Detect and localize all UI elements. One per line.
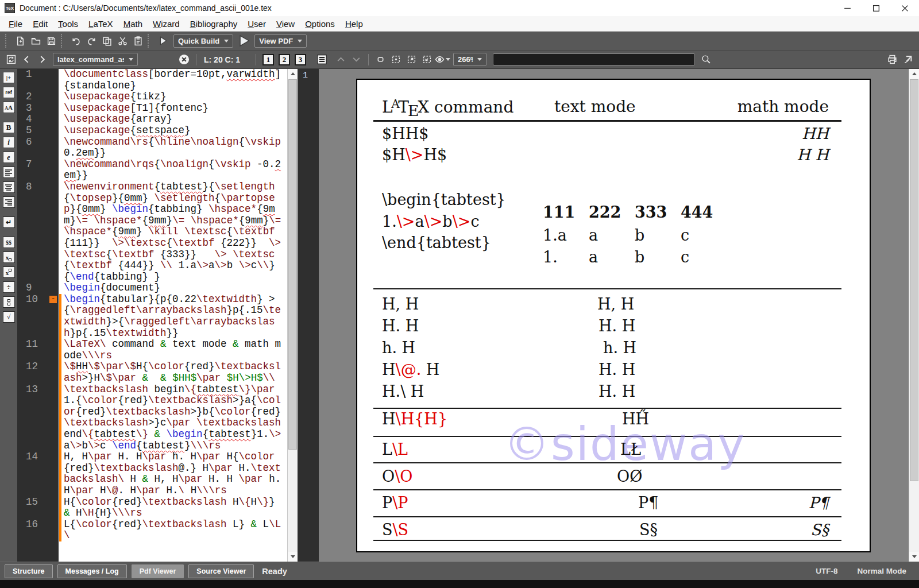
sync-source-pdf-button[interactable] [3,52,19,67]
editor-line[interactable]: 3\usepackage[T1]{fontenc} [17,103,287,114]
view-pdf-select[interactable]: View PDF [254,34,307,48]
code-text[interactable]: \$HH\$\par\$H{\color{red}\textbackslash>… [64,361,287,384]
code-text[interactable]: \newcommand\rqs{\noalign{\vskip -0.2em}} [64,159,287,181]
menu-view[interactable]: View [271,19,300,29]
align-center-icon[interactable] [3,181,15,193]
pdf-scrollbar-thumb[interactable] [910,79,918,481]
insert-item-icon[interactable]: |+ [3,72,15,83]
pdf-search-input[interactable] [493,53,695,65]
ref-icon[interactable]: ref [3,87,15,98]
pdf-page-number-strip[interactable]: 1 [298,69,319,562]
status-tab-structure[interactable]: Structure [5,564,53,578]
italic-icon[interactable]: i [3,137,15,148]
paste-button[interactable] [130,33,146,48]
copy-button[interactable] [99,33,115,48]
superscript-icon[interactable]: x [3,266,15,278]
status-tab-source-viewer[interactable]: Source Viewer [188,564,254,578]
frac-icon[interactable] [3,296,15,308]
editor-line[interactable]: 15H{\color{red}\textbackslash H\{H\}} & … [17,497,287,519]
fit-page-button[interactable] [388,52,404,67]
editor-scrollbar-thumb[interactable] [288,79,297,450]
save-button[interactable] [44,33,59,48]
code-text[interactable]: \LaTeX\ command & text mode & math mode\… [64,339,287,361]
editor-line[interactable]: 13\textbackslash begin\{tabtest\}\par1.{… [17,384,287,452]
code-text[interactable]: \usepackage{setspace} [64,125,287,137]
toolbar-grip[interactable] [5,34,10,48]
next-page-button[interactable] [349,52,364,67]
previous-document-button[interactable] [19,52,34,67]
toolbar-grip[interactable] [148,34,152,48]
close-button[interactable] [890,0,919,16]
maximize-button[interactable] [862,0,890,16]
open-documents-select[interactable]: latex_command_asc [53,53,138,66]
code-text[interactable]: \newenvironment{tabtest}{\setlength{\top… [64,181,287,283]
source-editor[interactable]: 1\documentclass[border=10pt,varwidth]{st… [17,69,287,562]
previous-page-button[interactable] [333,52,349,67]
code-text[interactable]: \newcommand\rs{\hline\noalign{\vskip 0.2… [64,137,287,159]
align-right-icon[interactable] [3,196,15,208]
menu-edit[interactable]: Edit [28,19,53,29]
code-text[interactable]: \textbackslash begin\{tabtest\}\par1.{\c… [64,384,287,452]
editor-line[interactable]: 4\usepackage{array} [17,114,287,125]
editor-line[interactable]: 14H, H\par H. H\par h. H\par H{\color{re… [17,451,287,496]
next-document-button[interactable] [34,52,50,67]
menu-file[interactable]: File [3,19,28,29]
editor-line[interactable]: 10-\begin{tabular}{p{0.22\textwidth} >{\… [17,294,287,339]
cut-button[interactable] [115,33,130,48]
toolbar-grip[interactable] [61,34,65,48]
code-text[interactable]: \usepackage[T1]{fontenc} [64,103,287,114]
editor-line[interactable]: 9\begin{document} [17,283,287,294]
menu-options[interactable]: Options [300,19,340,29]
stop-process-button[interactable] [176,52,192,67]
divide-icon[interactable]: ÷ [3,281,15,293]
code-text[interactable]: L{\color{red}\textbackslash L} & L\L\ [64,519,287,541]
continuous-view-button[interactable] [314,52,330,67]
pdf-scroll-down-arrow-icon[interactable] [909,552,919,562]
page-1-button[interactable]: 1 [262,54,274,65]
newline-icon[interactable]: ↵ [3,216,15,228]
status-tab-messages-log[interactable]: Messages / Log [57,564,127,578]
page-2-button[interactable]: 2 [279,54,290,65]
pdf-scrollbar[interactable] [909,69,919,562]
zoom-out-button[interactable] [419,52,435,67]
run-view-pdf-button[interactable] [236,33,252,48]
editor-line[interactable]: 2\usepackage{tikz} [17,91,287,103]
editor-line[interactable]: 1\documentclass[border=10pt,varwidth]{st… [17,69,287,91]
menu-wizard[interactable]: Wizard [148,19,185,29]
pdf-search-button[interactable] [698,52,714,67]
menu-latex[interactable]: LaTeX [83,19,118,29]
page-3-button[interactable]: 3 [295,54,306,65]
subscript-icon[interactable]: x [3,252,15,263]
zoom-level-select[interactable]: 266% [453,53,486,66]
presentation-mode-button[interactable] [435,52,450,67]
font-size-icon[interactable]: AA [3,102,15,113]
editor-line[interactable]: 11\LaTeX\ command & text mode & math mod… [17,339,287,361]
editor-line[interactable]: 12\$HH\$\par\$H{\color{red}\textbackslas… [17,361,287,384]
menu-user[interactable]: User [242,19,271,29]
code-text[interactable]: \usepackage{array} [64,114,287,125]
scroll-down-arrow-icon[interactable] [288,552,298,562]
emph-icon[interactable]: e [3,152,15,163]
minimize-button[interactable] [833,0,862,16]
editor-line[interactable]: 7\newcommand\rqs{\noalign{\vskip -0.2em}… [17,159,287,181]
code-text[interactable]: \usepackage{tikz} [64,91,287,103]
undo-button[interactable] [68,33,84,48]
code-text[interactable]: \begin{tabular}{p{0.22\textwidth} >{\rag… [64,294,287,339]
pdf-viewer[interactable]: LATEX commandtext modemath mode$HH$HH$H\… [319,69,909,562]
editor-line[interactable]: 6\newcommand\rs{\hline\noalign{\vskip 0.… [17,137,287,159]
editor-line[interactable]: 16L{\color{red}\textbackslash L} & L\L\ [17,519,287,541]
run-quick-build-button[interactable] [155,33,171,48]
zoom-in-button[interactable] [404,52,419,67]
inline-math-icon[interactable]: $$ [3,237,15,248]
status-tab-pdf-viewer[interactable]: Pdf Viewer [132,564,184,578]
new-document-button[interactable] [13,33,28,48]
sqrt-icon[interactable]: √ [3,311,15,323]
menu-bibliography[interactable]: Bibliography [185,19,243,29]
quick-build-select[interactable]: Quick Build [173,34,233,48]
code-text[interactable]: H, H\par H. H\par h. H\par H{\color{red}… [64,451,287,496]
code-text[interactable]: \begin{document} [64,283,287,294]
fold-marker-icon[interactable]: - [49,296,57,303]
original-size-button[interactable] [373,52,388,67]
editor-line[interactable]: 5\usepackage{setspace} [17,125,287,137]
code-text[interactable]: H{\color{red}\textbackslash H\{H\}} & H\… [64,497,287,519]
